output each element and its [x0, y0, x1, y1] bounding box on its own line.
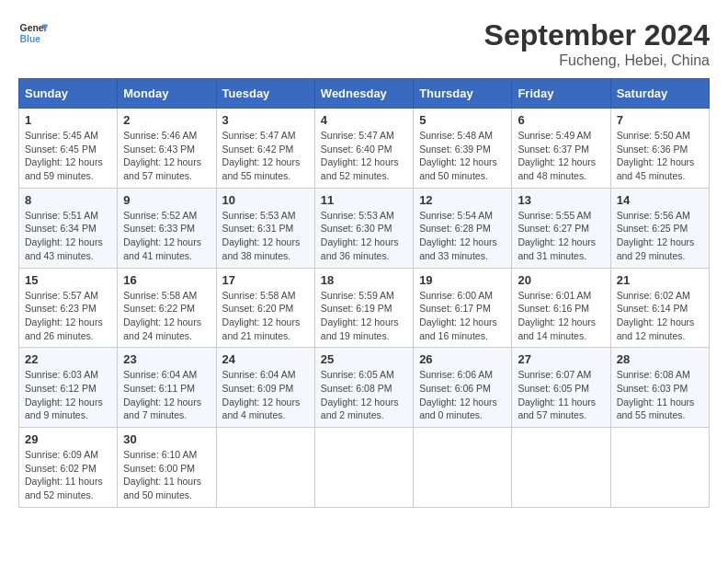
- day-of-week-header: Wednesday: [314, 79, 413, 109]
- calendar-day-cell: 21Sunrise: 6:02 AM Sunset: 6:14 PM Dayli…: [610, 268, 709, 348]
- day-info: Sunrise: 5:54 AM Sunset: 6:28 PM Dayligh…: [419, 209, 506, 263]
- calendar-day-cell: 2Sunrise: 5:46 AM Sunset: 6:43 PM Daylig…: [118, 109, 216, 189]
- day-of-week-header: Tuesday: [216, 79, 314, 109]
- day-info: Sunrise: 5:45 AM Sunset: 6:45 PM Dayligh…: [25, 129, 111, 183]
- calendar-day-cell: 26Sunrise: 6:06 AM Sunset: 6:06 PM Dayli…: [414, 348, 512, 428]
- title-area: September 2024 Fucheng, Hebei, China: [484, 18, 710, 69]
- day-number: 9: [123, 193, 210, 207]
- calendar-week-row: 29Sunrise: 6:09 AM Sunset: 6:02 PM Dayli…: [19, 428, 710, 508]
- calendar-day-cell: 19Sunrise: 6:00 AM Sunset: 6:17 PM Dayli…: [414, 268, 512, 348]
- calendar-day-cell: [512, 428, 610, 508]
- calendar-day-cell: 24Sunrise: 6:04 AM Sunset: 6:09 PM Dayli…: [216, 348, 314, 428]
- calendar-day-cell: 22Sunrise: 6:03 AM Sunset: 6:12 PM Dayli…: [19, 348, 118, 428]
- calendar-day-cell: 5Sunrise: 5:48 AM Sunset: 6:39 PM Daylig…: [414, 109, 512, 189]
- day-info: Sunrise: 6:01 AM Sunset: 6:16 PM Dayligh…: [518, 289, 604, 343]
- day-info: Sunrise: 6:03 AM Sunset: 6:12 PM Dayligh…: [25, 368, 111, 422]
- calendar-week-row: 1Sunrise: 5:45 AM Sunset: 6:45 PM Daylig…: [19, 109, 710, 189]
- day-info: Sunrise: 6:08 AM Sunset: 6:03 PM Dayligh…: [617, 368, 703, 422]
- day-number: 10: [222, 193, 309, 207]
- day-info: Sunrise: 5:46 AM Sunset: 6:43 PM Dayligh…: [123, 129, 210, 183]
- calendar-day-cell: 25Sunrise: 6:05 AM Sunset: 6:08 PM Dayli…: [314, 348, 413, 428]
- day-number: 27: [518, 352, 604, 366]
- day-info: Sunrise: 5:47 AM Sunset: 6:42 PM Dayligh…: [222, 129, 309, 183]
- day-number: 22: [25, 352, 111, 366]
- day-number: 20: [518, 273, 604, 287]
- location-title: Fucheng, Hebei, China: [484, 52, 710, 69]
- day-number: 2: [123, 113, 210, 127]
- day-info: Sunrise: 5:57 AM Sunset: 6:23 PM Dayligh…: [25, 289, 111, 343]
- day-info: Sunrise: 6:04 AM Sunset: 6:09 PM Dayligh…: [222, 368, 309, 422]
- calendar-day-cell: 1Sunrise: 5:45 AM Sunset: 6:45 PM Daylig…: [19, 109, 118, 189]
- calendar-day-cell: 9Sunrise: 5:52 AM Sunset: 6:33 PM Daylig…: [118, 188, 216, 268]
- day-info: Sunrise: 5:52 AM Sunset: 6:33 PM Dayligh…: [123, 209, 210, 263]
- calendar-day-cell: [314, 428, 413, 508]
- page-header: General Blue September 2024 Fucheng, Heb…: [18, 18, 710, 69]
- day-number: 24: [222, 352, 309, 366]
- calendar-day-cell: 15Sunrise: 5:57 AM Sunset: 6:23 PM Dayli…: [19, 268, 118, 348]
- calendar-day-cell: 17Sunrise: 5:58 AM Sunset: 6:20 PM Dayli…: [216, 268, 314, 348]
- day-number: 16: [123, 273, 210, 287]
- day-of-week-header: Thursday: [414, 79, 512, 109]
- calendar-day-cell: 23Sunrise: 6:04 AM Sunset: 6:11 PM Dayli…: [118, 348, 216, 428]
- day-number: 11: [321, 193, 407, 207]
- day-info: Sunrise: 5:53 AM Sunset: 6:30 PM Dayligh…: [321, 209, 407, 263]
- calendar-day-cell: 14Sunrise: 5:56 AM Sunset: 6:25 PM Dayli…: [610, 188, 709, 268]
- calendar-day-cell: [414, 428, 512, 508]
- day-of-week-header: Friday: [512, 79, 610, 109]
- day-number: 18: [321, 273, 407, 287]
- day-number: 13: [518, 193, 604, 207]
- day-info: Sunrise: 6:06 AM Sunset: 6:06 PM Dayligh…: [419, 368, 506, 422]
- calendar-day-cell: 16Sunrise: 5:58 AM Sunset: 6:22 PM Dayli…: [118, 268, 216, 348]
- day-number: 7: [617, 113, 703, 127]
- day-info: Sunrise: 5:48 AM Sunset: 6:39 PM Dayligh…: [419, 129, 506, 183]
- calendar-day-cell: 30Sunrise: 6:10 AM Sunset: 6:00 PM Dayli…: [118, 428, 216, 508]
- calendar-day-cell: 29Sunrise: 6:09 AM Sunset: 6:02 PM Dayli…: [19, 428, 118, 508]
- day-number: 19: [419, 273, 506, 287]
- calendar-day-cell: 11Sunrise: 5:53 AM Sunset: 6:30 PM Dayli…: [314, 188, 413, 268]
- day-info: Sunrise: 5:56 AM Sunset: 6:25 PM Dayligh…: [617, 209, 703, 263]
- calendar-day-cell: 28Sunrise: 6:08 AM Sunset: 6:03 PM Dayli…: [610, 348, 709, 428]
- day-number: 26: [419, 352, 506, 366]
- day-info: Sunrise: 5:58 AM Sunset: 6:20 PM Dayligh…: [222, 289, 309, 343]
- day-info: Sunrise: 5:51 AM Sunset: 6:34 PM Dayligh…: [25, 209, 111, 263]
- day-info: Sunrise: 6:00 AM Sunset: 6:17 PM Dayligh…: [419, 289, 506, 343]
- calendar-day-cell: [610, 428, 709, 508]
- day-info: Sunrise: 6:09 AM Sunset: 6:02 PM Dayligh…: [25, 448, 111, 502]
- day-info: Sunrise: 5:49 AM Sunset: 6:37 PM Dayligh…: [518, 129, 604, 183]
- day-number: 5: [419, 113, 506, 127]
- day-info: Sunrise: 6:02 AM Sunset: 6:14 PM Dayligh…: [617, 289, 703, 343]
- day-number: 12: [419, 193, 506, 207]
- calendar-table: SundayMondayTuesdayWednesdayThursdayFrid…: [18, 78, 710, 508]
- calendar-day-cell: 20Sunrise: 6:01 AM Sunset: 6:16 PM Dayli…: [512, 268, 610, 348]
- calendar-header-row: SundayMondayTuesdayWednesdayThursdayFrid…: [19, 79, 710, 109]
- day-number: 25: [321, 352, 407, 366]
- calendar-week-row: 15Sunrise: 5:57 AM Sunset: 6:23 PM Dayli…: [19, 268, 710, 348]
- day-info: Sunrise: 6:05 AM Sunset: 6:08 PM Dayligh…: [321, 368, 407, 422]
- svg-text:Blue: Blue: [20, 34, 41, 44]
- calendar-day-cell: 8Sunrise: 5:51 AM Sunset: 6:34 PM Daylig…: [19, 188, 118, 268]
- calendar-day-cell: 4Sunrise: 5:47 AM Sunset: 6:40 PM Daylig…: [314, 109, 413, 189]
- day-info: Sunrise: 5:55 AM Sunset: 6:27 PM Dayligh…: [518, 209, 604, 263]
- day-of-week-header: Sunday: [19, 79, 118, 109]
- month-title: September 2024: [484, 18, 710, 52]
- day-info: Sunrise: 5:47 AM Sunset: 6:40 PM Dayligh…: [321, 129, 407, 183]
- day-of-week-header: Monday: [118, 79, 216, 109]
- calendar-day-cell: 12Sunrise: 5:54 AM Sunset: 6:28 PM Dayli…: [414, 188, 512, 268]
- calendar-day-cell: 6Sunrise: 5:49 AM Sunset: 6:37 PM Daylig…: [512, 109, 610, 189]
- calendar-day-cell: [216, 428, 314, 508]
- calendar-week-row: 8Sunrise: 5:51 AM Sunset: 6:34 PM Daylig…: [19, 188, 710, 268]
- calendar-day-cell: 10Sunrise: 5:53 AM Sunset: 6:31 PM Dayli…: [216, 188, 314, 268]
- day-number: 3: [222, 113, 309, 127]
- day-number: 28: [617, 352, 703, 366]
- calendar-day-cell: 7Sunrise: 5:50 AM Sunset: 6:36 PM Daylig…: [610, 109, 709, 189]
- calendar-day-cell: 3Sunrise: 5:47 AM Sunset: 6:42 PM Daylig…: [216, 109, 314, 189]
- day-number: 8: [25, 193, 111, 207]
- day-number: 14: [617, 193, 703, 207]
- day-number: 17: [222, 273, 309, 287]
- day-number: 6: [518, 113, 604, 127]
- day-number: 23: [123, 352, 210, 366]
- calendar-week-row: 22Sunrise: 6:03 AM Sunset: 6:12 PM Dayli…: [19, 348, 710, 428]
- day-info: Sunrise: 5:58 AM Sunset: 6:22 PM Dayligh…: [123, 289, 210, 343]
- day-info: Sunrise: 5:59 AM Sunset: 6:19 PM Dayligh…: [321, 289, 407, 343]
- day-info: Sunrise: 5:53 AM Sunset: 6:31 PM Dayligh…: [222, 209, 309, 263]
